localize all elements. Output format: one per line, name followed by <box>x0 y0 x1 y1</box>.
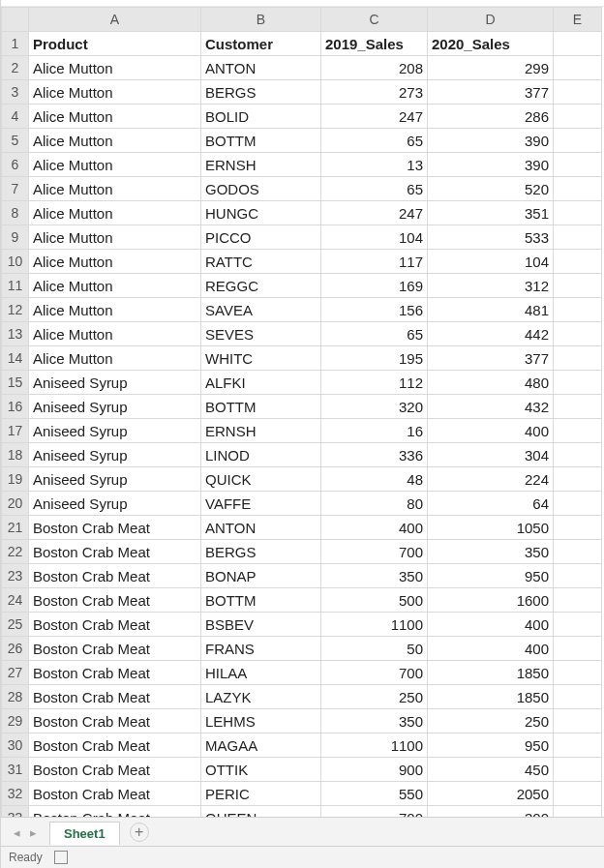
cell[interactable]: 247 <box>321 201 428 225</box>
cell[interactable]: Boston Crab Meat <box>29 540 201 564</box>
cell[interactable]: ANTON <box>201 516 321 540</box>
cell[interactable]: 250 <box>428 709 554 733</box>
cell[interactable]: Alice Mutton <box>29 129 201 153</box>
cell[interactable] <box>554 540 602 564</box>
row-header[interactable]: 8 <box>2 201 29 225</box>
cell[interactable]: 350 <box>321 564 428 588</box>
table-row[interactable]: 26Boston Crab MeatFRANS50400 <box>2 637 602 661</box>
cell[interactable]: 65 <box>321 177 428 201</box>
cell[interactable] <box>554 661 602 685</box>
cell[interactable]: Aniseed Syrup <box>29 419 201 443</box>
cell[interactable]: 950 <box>428 564 554 588</box>
cell[interactable]: Boston Crab Meat <box>29 613 201 637</box>
cell[interactable]: 208 <box>321 56 428 80</box>
table-row[interactable]: 29Boston Crab MeatLEHMS350250 <box>2 709 602 733</box>
row-header[interactable]: 11 <box>2 274 29 298</box>
cell[interactable] <box>554 782 602 806</box>
cell[interactable] <box>554 105 602 129</box>
cell[interactable]: Alice Mutton <box>29 105 201 129</box>
cell[interactable]: Boston Crab Meat <box>29 516 201 540</box>
cell[interactable] <box>554 395 602 419</box>
cell[interactable]: 2050 <box>428 782 554 806</box>
cell[interactable]: 273 <box>321 80 428 105</box>
cell[interactable] <box>554 153 602 177</box>
table-row[interactable]: 13Alice MuttonSEVES65442 <box>2 322 602 346</box>
cell[interactable]: 50 <box>321 637 428 661</box>
cell[interactable]: BERGS <box>201 80 321 105</box>
sheet-nav-next-icon[interactable]: ▸ <box>27 823 40 842</box>
row-header[interactable]: 1 <box>2 32 29 56</box>
cell[interactable]: Boston Crab Meat <box>29 637 201 661</box>
table-row[interactable]: 14Alice MuttonWHITC195377 <box>2 346 602 371</box>
table-row[interactable]: 11Alice MuttonREGGC169312 <box>2 274 602 298</box>
cell[interactable]: WHITC <box>201 346 321 371</box>
cell[interactable]: 350 <box>428 540 554 564</box>
cell[interactable]: 195 <box>321 346 428 371</box>
table-row[interactable]: 22Boston Crab MeatBERGS700350 <box>2 540 602 564</box>
cell[interactable]: VAFFE <box>201 492 321 516</box>
cell[interactable]: Alice Mutton <box>29 346 201 371</box>
cell[interactable]: 224 <box>428 467 554 492</box>
table-row[interactable]: 32Boston Crab MeatPERIC5502050 <box>2 782 602 806</box>
cell[interactable]: 247 <box>321 105 428 129</box>
cell[interactable]: 533 <box>428 225 554 250</box>
cell[interactable]: 400 <box>428 637 554 661</box>
cell[interactable]: SAVEA <box>201 298 321 322</box>
row-header[interactable]: 10 <box>2 250 29 274</box>
row-header[interactable]: 30 <box>2 733 29 758</box>
cell[interactable]: Alice Mutton <box>29 80 201 105</box>
cell[interactable]: 320 <box>321 395 428 419</box>
row-header[interactable]: 3 <box>2 80 29 105</box>
cell[interactable]: BERGS <box>201 540 321 564</box>
row-header[interactable]: 5 <box>2 129 29 153</box>
row-header[interactable]: 21 <box>2 516 29 540</box>
cell[interactable]: 950 <box>428 733 554 758</box>
cell[interactable] <box>554 419 602 443</box>
row-header[interactable]: 16 <box>2 395 29 419</box>
sheet-tab-active[interactable]: Sheet1 <box>49 822 120 845</box>
cell[interactable]: 350 <box>321 709 428 733</box>
cell[interactable]: 13 <box>321 153 428 177</box>
cell[interactable]: ERNSH <box>201 153 321 177</box>
cell[interactable]: BOLID <box>201 105 321 129</box>
cell[interactable] <box>554 177 602 201</box>
cell[interactable]: HUNGC <box>201 201 321 225</box>
cell[interactable]: ANTON <box>201 56 321 80</box>
cell[interactable]: ERNSH <box>201 419 321 443</box>
cell[interactable]: 390 <box>428 153 554 177</box>
cell[interactable]: Aniseed Syrup <box>29 395 201 419</box>
cell[interactable]: Boston Crab Meat <box>29 782 201 806</box>
cell[interactable]: Alice Mutton <box>29 177 201 201</box>
table-row[interactable]: 7Alice MuttonGODOS65520 <box>2 177 602 201</box>
select-all-corner[interactable] <box>2 8 29 32</box>
row-header[interactable]: 22 <box>2 540 29 564</box>
cell[interactable]: Product <box>29 32 201 56</box>
cell[interactable]: ALFKI <box>201 371 321 395</box>
cell[interactable] <box>554 588 602 613</box>
cell[interactable]: 900 <box>321 758 428 782</box>
cell[interactable] <box>554 274 602 298</box>
col-header-D[interactable]: D <box>428 8 554 32</box>
cell[interactable]: Aniseed Syrup <box>29 492 201 516</box>
table-row[interactable]: 12Alice MuttonSAVEA156481 <box>2 298 602 322</box>
row-header[interactable]: 31 <box>2 758 29 782</box>
cell[interactable]: Customer <box>201 32 321 56</box>
row-header[interactable]: 9 <box>2 225 29 250</box>
cell[interactable] <box>554 32 602 56</box>
cell[interactable]: SEVES <box>201 322 321 346</box>
table-row[interactable]: 6Alice MuttonERNSH13390 <box>2 153 602 177</box>
cell[interactable]: Aniseed Syrup <box>29 467 201 492</box>
cell[interactable]: 500 <box>321 588 428 613</box>
cell[interactable]: 1100 <box>321 733 428 758</box>
cell[interactable]: REGGC <box>201 274 321 298</box>
row-header[interactable]: 13 <box>2 322 29 346</box>
cell[interactable]: 2019_Sales <box>321 32 428 56</box>
row-header[interactable]: 2 <box>2 56 29 80</box>
cell[interactable] <box>554 322 602 346</box>
cell[interactable]: 700 <box>321 661 428 685</box>
col-header-B[interactable]: B <box>201 8 321 32</box>
cell[interactable]: Aniseed Syrup <box>29 443 201 467</box>
table-row[interactable]: 23Boston Crab MeatBONAP350950 <box>2 564 602 588</box>
cell[interactable]: 312 <box>428 274 554 298</box>
cell[interactable] <box>554 613 602 637</box>
